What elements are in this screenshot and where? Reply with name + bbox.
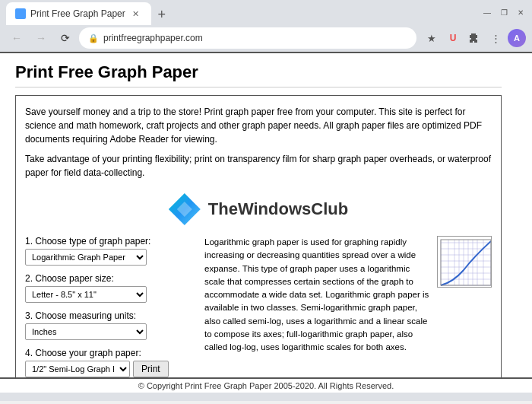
url-text: printfreegraphpaper.com [103, 33, 203, 43]
log-graph-preview [437, 236, 492, 288]
intro-paragraph-2: Take advantage of your printing flexibil… [25, 152, 492, 180]
label-size: 2. Choose paper size: [25, 273, 192, 284]
page-footer: © Copyright Print Free Graph Paper 2005-… [0, 377, 532, 393]
close-button[interactable]: ✕ [515, 7, 526, 17]
tab-title: Print Free Graph Paper [30, 8, 125, 19]
address-bar: ← → ⟳ 🔒 printfreegraphpaper.com ★ U ⋮ A [0, 24, 532, 52]
page-content: Print Free Graph Paper Save yourself mon… [0, 52, 532, 377]
print-button[interactable]: Print [133, 361, 169, 377]
footer-text: © Copyright Print Free Graph Paper 2005-… [138, 381, 394, 390]
label-type: 1. Choose type of graph paper: [25, 236, 192, 247]
tab-favicon [15, 8, 26, 19]
window-controls: — ❐ ✕ [482, 7, 526, 17]
security-lock-icon: 🔒 [88, 33, 99, 43]
main-content-box: Save yourself money and a trip to the st… [15, 95, 502, 377]
two-column-section: 1. Choose type of graph paper: Logarithm… [25, 236, 492, 377]
right-description-text: Logarithmic graph paper is used for grap… [204, 236, 431, 377]
label-units: 3. Choose measuring units: [25, 310, 192, 321]
ublock-icon[interactable]: U [444, 29, 462, 47]
form-column: 1. Choose type of graph paper: Logarithm… [25, 236, 192, 377]
form-group-paper: 4. Choose your graph paper: 1/2" Semi-Lo… [25, 348, 192, 377]
browser-bottom-bar [0, 393, 532, 401]
profile-avatar[interactable]: A [508, 29, 526, 47]
new-tab-button[interactable]: + [151, 4, 173, 25]
select-size[interactable]: Letter - 8.5" x 11" [25, 286, 147, 303]
svg-rect-0 [438, 237, 492, 288]
form-group-type: 1. Choose type of graph paper: Logarithm… [25, 236, 192, 266]
label-paper: 4. Choose your graph paper: [25, 348, 192, 358]
extensions-icon[interactable] [465, 29, 483, 47]
bookmark-star-icon[interactable]: ★ [423, 29, 441, 47]
forward-button[interactable]: → [30, 27, 52, 49]
windows-club-text: TheWindowsClub [208, 199, 348, 219]
form-row-paper: 1/2" Semi-Log Graph Paper Print [25, 361, 192, 377]
restore-button[interactable]: ❐ [499, 7, 509, 17]
active-tab[interactable]: Print Free Graph Paper ✕ [6, 2, 151, 25]
tab-close-button[interactable]: ✕ [130, 8, 142, 20]
page-title: Print Free Graph Paper [15, 62, 502, 87]
browser-menu-icon[interactable]: ⋮ [486, 29, 505, 47]
select-type[interactable]: Logarithmic Graph Paper [25, 249, 147, 266]
reload-button[interactable]: ⟳ [55, 27, 76, 49]
intro-paragraph-1: Save yourself money and a trip to the st… [25, 105, 492, 146]
toolbar-icons: ★ U ⋮ A [423, 29, 526, 47]
minimize-button[interactable]: — [482, 7, 492, 17]
url-bar[interactable]: 🔒 printfreegraphpaper.com [79, 27, 416, 49]
title-bar: Print Free Graph Paper ✕ + — ❐ ✕ [0, 0, 532, 24]
select-units[interactable]: Inches [25, 323, 147, 340]
select-paper[interactable]: 1/2" Semi-Log Graph Paper [25, 361, 130, 377]
windows-club-logo [169, 193, 201, 225]
watermark-area: TheWindowsClub [25, 186, 492, 233]
form-group-units: 3. Choose measuring units: Inches [25, 310, 192, 340]
back-button[interactable]: ← [6, 27, 27, 49]
right-description-column: Logarithmic graph paper is used for grap… [204, 236, 492, 377]
form-group-size: 2. Choose paper size: Letter - 8.5" x 11… [25, 273, 192, 303]
